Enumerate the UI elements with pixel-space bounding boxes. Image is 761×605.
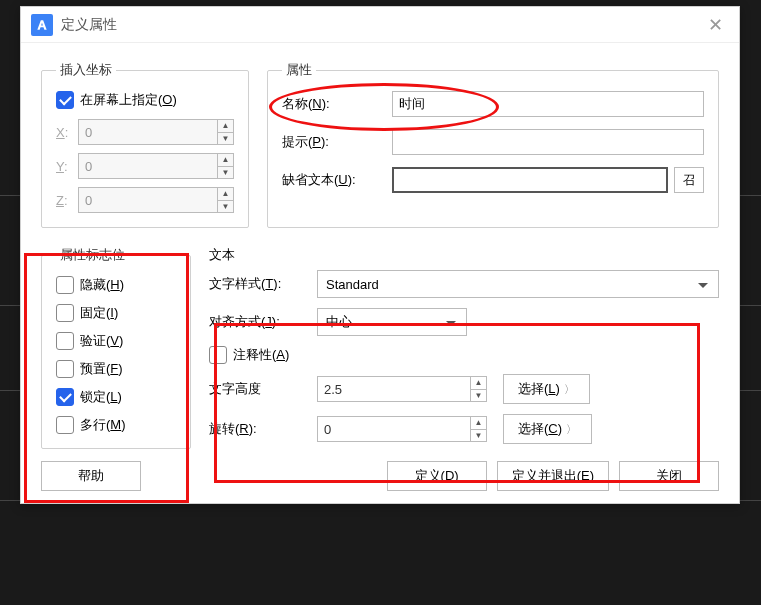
y-spinner[interactable]: ▲▼	[78, 153, 234, 179]
y-up-icon[interactable]: ▲	[218, 154, 233, 167]
attributes-legend: 属性	[282, 61, 316, 79]
x-up-icon[interactable]: ▲	[218, 120, 233, 133]
multiline-label: 多行(M)	[80, 416, 126, 434]
justify-select[interactable]: 中心	[317, 308, 467, 336]
hidden-label: 隐藏(H)	[80, 276, 124, 294]
chevron-right-icon: 〉	[566, 422, 577, 437]
specify-on-screen-label: 在屏幕上指定(O)	[80, 91, 177, 109]
default-label: 缺省文本(U):	[282, 171, 392, 189]
z-label: Z:	[56, 193, 78, 208]
verify-label: 验证(V)	[80, 332, 123, 350]
insert-field-icon: 召	[683, 172, 695, 189]
rotation-up-icon[interactable]: ▲	[471, 417, 486, 430]
app-logo-icon	[31, 14, 53, 36]
x-label: X:	[56, 125, 78, 140]
text-style-select[interactable]: Standard	[317, 270, 719, 298]
x-down-icon[interactable]: ▼	[218, 133, 233, 145]
define-and-exit-button[interactable]: 定义并退出(E)	[497, 461, 609, 491]
z-spinner[interactable]: ▲▼	[78, 187, 234, 213]
pick-rotation-label: 选择(C)	[518, 420, 562, 438]
justify-label: 对齐方式(J):	[209, 313, 317, 331]
z-input[interactable]	[79, 188, 217, 212]
pick-height-button[interactable]: 选择(L)〉	[503, 374, 590, 404]
name-label: 名称(N):	[282, 95, 392, 113]
fixed-checkbox[interactable]	[56, 304, 74, 322]
z-down-icon[interactable]: ▼	[218, 201, 233, 213]
define-button[interactable]: 定义(D)	[387, 461, 487, 491]
text-group: 文本 文字样式(T): Standard 对齐方式(J): 中心	[209, 246, 719, 449]
dialog-title: 定义属性	[61, 16, 702, 34]
lock-checkbox[interactable]	[56, 388, 74, 406]
rotation-input[interactable]	[318, 417, 470, 441]
insert-coords-legend: 插入坐标	[56, 61, 116, 79]
name-input[interactable]	[392, 91, 704, 117]
define-attribute-dialog: 定义属性 ✕ 插入坐标 在屏幕上指定(O) X: ▲▼ Y:	[20, 6, 740, 504]
pick-rotation-button[interactable]: 选择(C)〉	[503, 414, 592, 444]
prompt-input[interactable]	[392, 129, 704, 155]
attribute-flags-group: 属性标志位 隐藏(H) 固定(I) 验证(V) 预置(F) 锁定(L) 多行(M…	[41, 246, 191, 449]
rotation-label: 旋转(R):	[209, 420, 317, 438]
close-button[interactable]: 关闭	[619, 461, 719, 491]
height-up-icon[interactable]: ▲	[471, 377, 486, 390]
titlebar: 定义属性 ✕	[21, 7, 739, 43]
justify-value: 中心	[326, 313, 352, 331]
preset-label: 预置(F)	[80, 360, 123, 378]
x-input[interactable]	[79, 120, 217, 144]
y-down-icon[interactable]: ▼	[218, 167, 233, 179]
pick-height-label: 选择(L)	[518, 380, 560, 398]
specify-on-screen-checkbox[interactable]	[56, 91, 74, 109]
annotative-checkbox[interactable]	[209, 346, 227, 364]
height-input[interactable]	[318, 377, 470, 401]
y-label: Y:	[56, 159, 78, 174]
attributes-group: 属性 名称(N): 提示(P): 缺省文本(U): 召	[267, 61, 719, 228]
fixed-label: 固定(I)	[80, 304, 118, 322]
verify-checkbox[interactable]	[56, 332, 74, 350]
rotation-spinner[interactable]: ▲▼	[317, 416, 487, 442]
multiline-checkbox[interactable]	[56, 416, 74, 434]
height-down-icon[interactable]: ▼	[471, 390, 486, 402]
height-label: 文字高度	[209, 380, 317, 398]
help-button[interactable]: 帮助	[41, 461, 141, 491]
insert-field-button[interactable]: 召	[674, 167, 704, 193]
text-legend: 文本	[209, 246, 719, 264]
style-label: 文字样式(T):	[209, 275, 317, 293]
hidden-checkbox[interactable]	[56, 276, 74, 294]
default-input[interactable]	[392, 167, 668, 193]
height-spinner[interactable]: ▲▼	[317, 376, 487, 402]
flags-legend: 属性标志位	[56, 246, 129, 264]
y-input[interactable]	[79, 154, 217, 178]
preset-checkbox[interactable]	[56, 360, 74, 378]
text-style-value: Standard	[326, 277, 379, 292]
z-up-icon[interactable]: ▲	[218, 188, 233, 201]
insert-coords-group: 插入坐标 在屏幕上指定(O) X: ▲▼ Y: ▲▼	[41, 61, 249, 228]
annotative-label: 注释性(A)	[233, 346, 289, 364]
x-spinner[interactable]: ▲▼	[78, 119, 234, 145]
close-icon[interactable]: ✕	[702, 14, 729, 36]
chevron-right-icon: 〉	[564, 382, 575, 397]
prompt-label: 提示(P):	[282, 133, 392, 151]
rotation-down-icon[interactable]: ▼	[471, 430, 486, 442]
lock-label: 锁定(L)	[80, 388, 122, 406]
